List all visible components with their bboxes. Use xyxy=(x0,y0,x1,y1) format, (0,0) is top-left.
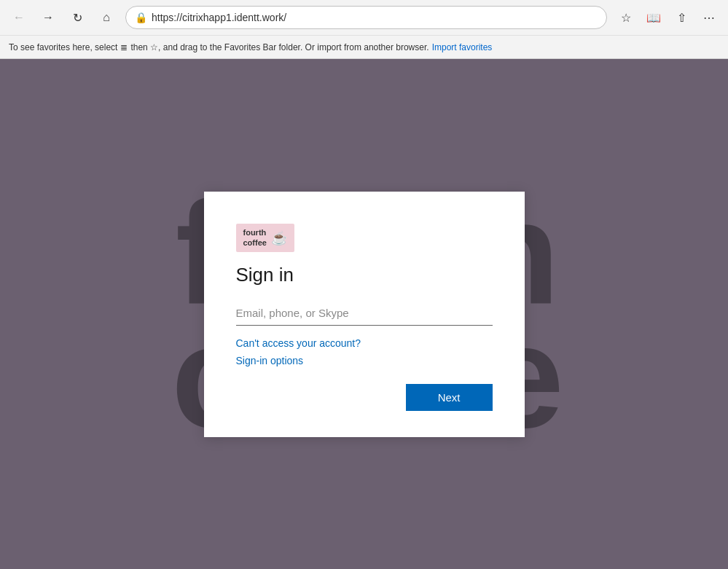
home-button[interactable]: ⌂ xyxy=(93,4,120,31)
signin-card: fourth coffee ☕ Sign in Can't access you… xyxy=(204,192,525,436)
favorites-instruction: then ☆, and drag to the Favorites Bar fo… xyxy=(130,42,428,52)
address-bar[interactable]: 🔒 https://citrixhapp1.identt.work/ xyxy=(125,6,607,29)
brand-logo: fourth coffee ☕ xyxy=(236,224,493,251)
share-icon[interactable]: ⇧ xyxy=(668,4,694,31)
next-button[interactable]: Next xyxy=(406,384,493,411)
forward-button[interactable]: → xyxy=(35,4,61,31)
logo-line1: fourth xyxy=(243,228,267,238)
browser-chrome: ← → ↻ ⌂ 🔒 https://citrixhapp1.identt.wor… xyxy=(0,0,728,59)
lock-icon: 🔒 xyxy=(135,12,147,23)
logo-line2: coffee xyxy=(243,238,267,248)
refresh-button[interactable]: ↻ xyxy=(64,4,90,31)
email-input[interactable] xyxy=(236,301,493,326)
more-options-button[interactable]: ⋯ xyxy=(696,4,722,31)
back-button[interactable]: ← xyxy=(6,4,32,31)
reading-list-icon[interactable]: 📖 xyxy=(641,4,667,31)
logo-text: fourth coffee xyxy=(243,228,267,247)
logo-box: fourth coffee ☕ xyxy=(236,224,294,251)
cant-access-link[interactable]: Can't access your account? xyxy=(236,337,493,349)
import-favorites-link[interactable]: Import favorites xyxy=(432,42,493,52)
email-input-container xyxy=(236,301,493,326)
coffee-icon: ☕ xyxy=(271,230,287,246)
modal-backdrop: fourth coffee ☕ Sign in Can't access you… xyxy=(0,59,728,569)
toolbar-buttons: ☆ 📖 ⇧ ⋯ xyxy=(613,4,722,31)
favorites-icon[interactable]: ☆ xyxy=(613,4,639,31)
signin-options-link[interactable]: Sign-in options xyxy=(236,355,493,366)
favorites-icon-hint: ≣ xyxy=(120,42,128,52)
favorites-bar: To see favorites here, select ≣ then ☆, … xyxy=(0,35,728,58)
signin-title: Sign in xyxy=(236,264,493,286)
next-button-row: Next xyxy=(236,384,493,411)
browser-titlebar: ← → ↻ ⌂ 🔒 https://citrixhapp1.identt.wor… xyxy=(0,0,728,35)
favorites-message: To see favorites here, select xyxy=(9,42,117,52)
page-content: fourthcoffee fourth coffee ☕ Sign in xyxy=(0,59,728,569)
url-text: https://citrixhapp1.identt.work/ xyxy=(152,12,598,23)
